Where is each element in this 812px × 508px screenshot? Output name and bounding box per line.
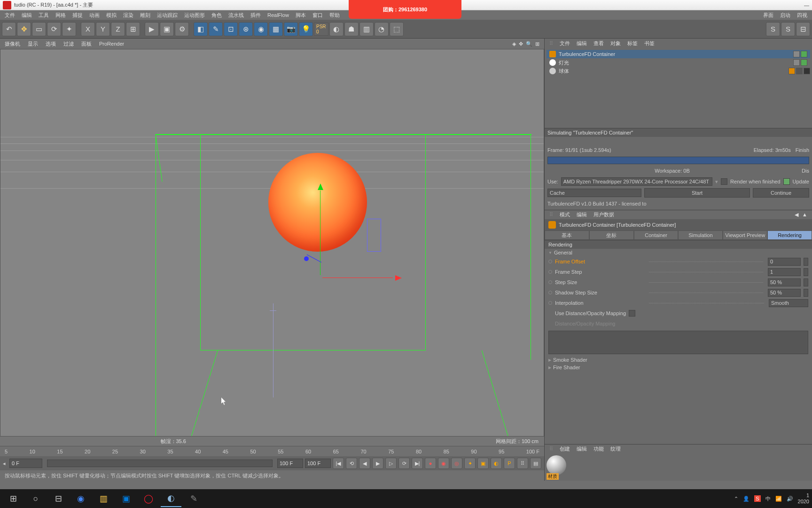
interp-combo[interactable]: Smooth <box>769 299 808 307</box>
menu-quad[interactable]: 四视 <box>797 12 807 19</box>
render-toggle[interactable] <box>801 59 807 66</box>
tfd-sim[interactable]: ◔ <box>375 22 389 36</box>
vp-options[interactable]: 选项 <box>46 40 56 48</box>
key-scale[interactable]: ▣ <box>477 458 489 469</box>
tag-phong[interactable] <box>796 68 803 74</box>
menu-pipe[interactable]: 流水线 <box>228 12 244 19</box>
axis-x-toggle[interactable]: X <box>81 22 95 36</box>
cube-primitive[interactable]: ◧ <box>194 22 208 36</box>
system-tray[interactable]: ⌃ 👤 S 中 📶 🔊 1 2020 <box>734 492 809 505</box>
attr-edit[interactable]: 编辑 <box>577 211 587 218</box>
select-tool[interactable]: ▭ <box>32 22 46 36</box>
pen-tool[interactable]: ✎ <box>209 22 223 36</box>
tray-clock[interactable]: 1 2020 <box>798 492 809 505</box>
chrome-icon[interactable]: ◉ <box>70 490 91 507</box>
menu-mesh[interactable]: 网格 <box>55 12 66 19</box>
mat-edit[interactable]: 编辑 <box>577 445 587 452</box>
substance-2[interactable]: S <box>781 22 795 36</box>
attr-userdata[interactable]: 用户数据 <box>593 211 614 218</box>
menu-char[interactable]: 角色 <box>211 12 222 19</box>
tray-network-icon[interactable]: 📶 <box>775 496 782 502</box>
gizmo-z-axis[interactable] <box>304 256 309 261</box>
taskview-button[interactable]: ⊟ <box>48 490 69 507</box>
deformer-tool[interactable]: ◉ <box>254 22 268 36</box>
c4d-icon[interactable]: ◐ <box>161 490 181 507</box>
vp-pan-icon[interactable]: ✥ <box>519 41 523 47</box>
vp-display[interactable]: 显示 <box>28 40 38 48</box>
axis-y-toggle[interactable]: Y <box>96 22 110 36</box>
prev-frame-button[interactable]: ◀ <box>359 458 370 469</box>
tab-simulation[interactable]: Simulation <box>678 230 723 240</box>
spinner[interactable] <box>804 258 808 266</box>
tray-sound-icon[interactable]: 🔊 <box>787 496 793 502</box>
menu-startup[interactable]: 启动 <box>780 12 790 19</box>
axis-z-toggle[interactable]: Z <box>111 22 125 36</box>
tray-ime-icon[interactable]: 中 <box>765 495 771 502</box>
menu-window[interactable]: 窗口 <box>312 12 323 19</box>
tl-end-a[interactable]: 100 F <box>277 459 303 468</box>
tfd-editor[interactable]: ▥ <box>359 22 374 36</box>
timeline-ruler[interactable]: 5 10 15 20 25 30 35 40 45 50 55 60 65 70… <box>0 446 544 456</box>
rotate-tool[interactable]: ⟳ <box>47 22 61 36</box>
menu-edit[interactable]: 编辑 <box>22 12 32 19</box>
tab-container[interactable]: Container <box>634 230 679 240</box>
vp-filter[interactable]: 过滤 <box>63 40 74 48</box>
menu-render[interactable]: 渲染 <box>123 12 133 19</box>
sim-start-button[interactable]: Start <box>644 188 750 198</box>
menu-layout[interactable]: 界面 <box>763 12 773 19</box>
scale-tool[interactable]: ✦ <box>62 22 76 36</box>
use-distance-chk[interactable] <box>629 310 635 317</box>
attr-up[interactable]: ▲ <box>802 212 807 218</box>
spinner[interactable] <box>804 268 808 276</box>
tl-arrow-left[interactable]: ◂ <box>3 460 8 467</box>
param-key-icon[interactable] <box>548 280 552 284</box>
subdiv-tool[interactable]: ⊡ <box>224 22 238 36</box>
frame-offset-field[interactable]: 0 <box>768 258 801 266</box>
menu-anim[interactable]: 动画 <box>89 12 100 19</box>
group-general[interactable]: General <box>545 249 812 256</box>
curve-editor[interactable] <box>548 331 808 354</box>
vis-toggle[interactable] <box>793 59 800 66</box>
substance-1[interactable]: S <box>766 22 780 36</box>
gizmo-y-axis[interactable] <box>318 183 323 190</box>
material-area[interactable]: 材质 <box>545 453 812 481</box>
timeline-track[interactable] <box>47 460 273 467</box>
vp-camera[interactable]: 摄像机 <box>5 40 20 48</box>
om-book[interactable]: 书签 <box>644 40 655 47</box>
sim-update-chk[interactable] <box>783 178 790 185</box>
prev-key-button[interactable]: ⟲ <box>346 458 357 469</box>
next-frame-button[interactable]: ▷ <box>385 458 397 469</box>
vp-zoom-icon[interactable]: 🔍 <box>526 41 532 47</box>
goto-start-button[interactable]: |◀ <box>333 458 344 469</box>
attr-mode[interactable]: 模式 <box>560 211 570 218</box>
key-param[interactable]: P <box>504 458 515 469</box>
tray-chevron-icon[interactable]: ⌃ <box>734 496 738 502</box>
start-button[interactable]: ⊞ <box>3 490 23 507</box>
next-key-button[interactable]: ⟳ <box>398 458 410 469</box>
opera-icon[interactable]: ◯ <box>138 490 159 507</box>
param-key-icon[interactable] <box>548 301 552 305</box>
menu-sculpt[interactable]: 雕刻 <box>140 12 150 19</box>
mat-func[interactable]: 功能 <box>593 445 604 452</box>
tfd-emitter[interactable]: ☗ <box>344 22 359 36</box>
key-rot[interactable]: ◐ <box>491 458 502 469</box>
render-settings-button[interactable]: ⚙ <box>175 22 189 36</box>
tab-rendering[interactable]: Rendering <box>767 230 812 240</box>
substance-3[interactable]: ⊟ <box>796 22 810 36</box>
vp-nav-icon[interactable]: ◈ <box>512 41 516 47</box>
menu-track[interactable]: 运动跟踪 <box>157 12 178 19</box>
param-key-icon[interactable] <box>548 270 552 274</box>
material-label[interactable]: 材质 <box>547 473 559 480</box>
om-tag[interactable]: 标签 <box>627 40 638 47</box>
menu-file[interactable]: 文件 <box>5 12 15 19</box>
light-tool[interactable]: 💡 <box>299 22 313 36</box>
sim-cpu-combo[interactable]: AMD Ryzen Threadripper 2970WX 24-Core Pr… <box>561 177 712 186</box>
menu-mograph[interactable]: 运动图形 <box>184 12 205 19</box>
tag-tex[interactable] <box>804 68 810 74</box>
menu-realflow[interactable]: RealFlow <box>267 12 289 18</box>
menu-tool[interactable]: 工具 <box>39 12 49 19</box>
vis-toggle[interactable] <box>793 51 800 57</box>
undo-button[interactable]: ↶ <box>2 22 16 36</box>
spinner[interactable] <box>804 289 808 297</box>
om-obj[interactable]: 对象 <box>610 40 621 47</box>
